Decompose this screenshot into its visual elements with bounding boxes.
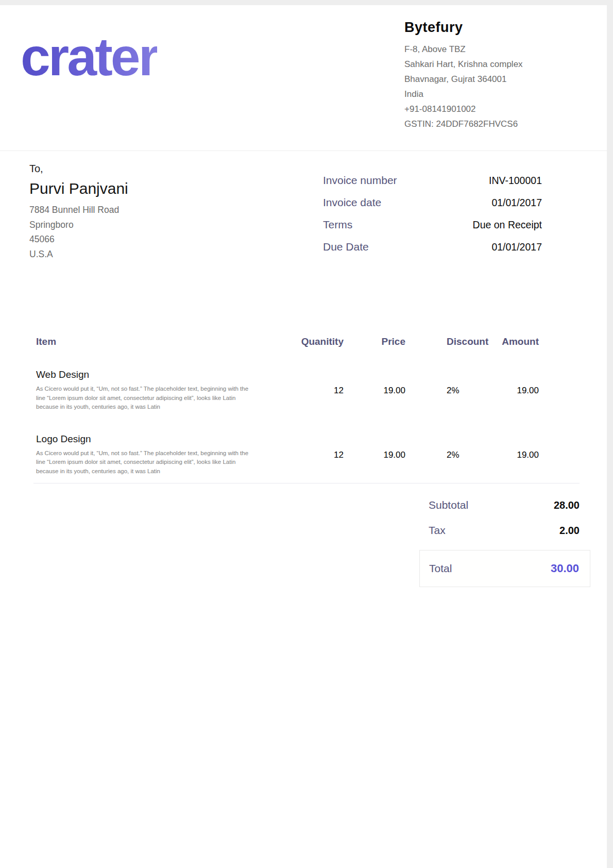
invoice-header: crater Bytefury F-8, Above TBZ Sahkari H… bbox=[0, 5, 607, 151]
item-price: 19.00 bbox=[344, 433, 405, 476]
company-phone: +91-08141901002 bbox=[404, 102, 600, 116]
item-discount: 2% bbox=[405, 369, 498, 412]
customer-address-line: 7884 Bunnel Hill Road bbox=[29, 203, 246, 218]
header-discount: Discount bbox=[405, 336, 498, 347]
invoice-date-row: Invoice date 01/01/2017 bbox=[323, 196, 542, 219]
header-price: Price bbox=[344, 336, 405, 347]
item-price: 19.00 bbox=[344, 369, 405, 412]
header-quantity: Quanitity bbox=[252, 336, 344, 347]
customer-address-line: U.S.A bbox=[29, 247, 246, 262]
subtotal-row: Subtotal 28.00 bbox=[419, 499, 590, 511]
item-description: As Cicero would put it, “Um, not so fast… bbox=[36, 385, 250, 412]
customer-name: Purvi Panjvani bbox=[29, 180, 246, 197]
customer-address-line: 45066 bbox=[29, 232, 246, 247]
company-name: Bytefury bbox=[404, 20, 600, 36]
invoice-number-label: Invoice number bbox=[323, 174, 397, 187]
company-info: Bytefury F-8, Above TBZ Sahkari Hart, Kr… bbox=[404, 20, 600, 131]
totals-divider bbox=[33, 483, 580, 483]
bill-to-section: To, Purvi Panjvani 7884 Bunnel Hill Road… bbox=[29, 163, 246, 261]
item-amount: 19.00 bbox=[498, 369, 539, 412]
company-address-line: Bhavnagar, Gujrat 364001 bbox=[404, 72, 600, 87]
item-cell: Logo Design As Cicero would put it, “Um,… bbox=[36, 433, 252, 476]
item-cell: Web Design As Cicero would put it, “Um, … bbox=[36, 369, 252, 412]
item-discount: 2% bbox=[405, 433, 498, 476]
subtotal-label: Subtotal bbox=[429, 499, 468, 511]
company-address-line: Sahkari Hart, Krishna complex bbox=[404, 57, 600, 72]
company-gstin: GSTIN: 24DDF7682FHVCS6 bbox=[404, 116, 600, 131]
terms-label: Terms bbox=[323, 219, 352, 231]
invoice-preview-canvas: { "header": { "logo_text": "crater", "co… bbox=[0, 0, 613, 868]
due-date-value: 01/01/2017 bbox=[491, 241, 542, 253]
item-amount: 19.00 bbox=[498, 433, 539, 476]
invoice-date-label: Invoice date bbox=[323, 196, 381, 209]
due-date-label: Due Date bbox=[323, 241, 369, 253]
totals-section: Subtotal 28.00 Tax 2.00 Total 30.00 bbox=[419, 499, 590, 587]
company-address-line: F-8, Above TBZ bbox=[404, 42, 600, 57]
items-table: Item Quanitity Price Discount Amount Web… bbox=[36, 336, 539, 476]
items-table-header: Item Quanitity Price Discount Amount bbox=[36, 336, 539, 347]
total-value: 30.00 bbox=[551, 562, 579, 575]
invoice-date-value: 01/01/2017 bbox=[491, 197, 542, 209]
invoice-number-row: Invoice number INV-100001 bbox=[323, 174, 542, 196]
company-address-line: India bbox=[404, 87, 600, 102]
grand-total-box: Total 30.00 bbox=[419, 550, 590, 587]
item-name: Logo Design bbox=[36, 433, 252, 445]
table-row: Logo Design As Cicero would put it, “Um,… bbox=[36, 433, 539, 476]
item-quantity: 12 bbox=[252, 369, 344, 412]
terms-value: Due on Receipt bbox=[473, 219, 542, 231]
tax-label: Tax bbox=[429, 524, 446, 537]
invoice-meta: Invoice number INV-100001 Invoice date 0… bbox=[323, 174, 542, 263]
header-item: Item bbox=[36, 336, 252, 347]
bill-to-label: To, bbox=[29, 163, 246, 175]
terms-row: Terms Due on Receipt bbox=[323, 219, 542, 241]
item-quantity: 12 bbox=[252, 433, 344, 476]
item-description: As Cicero would put it, “Um, not so fast… bbox=[36, 449, 250, 476]
tax-value: 2.00 bbox=[559, 525, 580, 537]
invoice-page: crater Bytefury F-8, Above TBZ Sahkari H… bbox=[0, 5, 607, 868]
table-row: Web Design As Cicero would put it, “Um, … bbox=[36, 369, 539, 412]
crater-logo: crater bbox=[21, 30, 157, 84]
subtotal-value: 28.00 bbox=[554, 499, 580, 511]
total-label: Total bbox=[429, 562, 452, 575]
invoice-number-value: INV-100001 bbox=[489, 175, 542, 187]
header-amount: Amount bbox=[498, 336, 539, 347]
due-date-row: Due Date 01/01/2017 bbox=[323, 241, 542, 263]
tax-row: Tax 2.00 bbox=[419, 524, 590, 537]
customer-address-line: Springboro bbox=[29, 218, 246, 232]
item-name: Web Design bbox=[36, 369, 252, 380]
